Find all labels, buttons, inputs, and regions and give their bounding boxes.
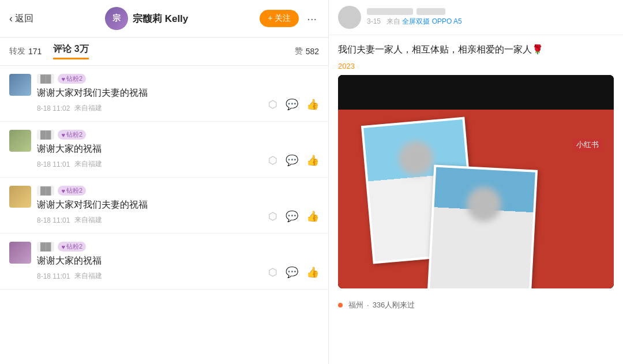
post-time-info: 3-15 来自 全屏双摄 OPPO A5 [367,17,614,27]
back-arrow-icon: ‹ [9,13,13,25]
post-text: 我们夫妻一家人，相互体贴，相亲相爱的一家人🌹 [329,35,623,62]
reply-icon[interactable]: 💬 [286,154,298,167]
xiaohongshu-label: 小红书 [573,138,602,151]
follow-button[interactable]: + 关注 [260,10,299,27]
like-stat: 赞 582 [295,46,319,57]
like-icon[interactable]: 👍 [306,210,319,223]
diamond-badge: ♥ 钻粉2 [58,130,86,140]
like-label: 赞 [295,46,303,57]
back-label: 返回 [15,13,33,25]
like-count: 582 [306,47,319,56]
post-year: 2023 [329,62,623,75]
photo-face-woman [429,167,535,288]
comment-avatar [9,130,31,152]
share-icon[interactable]: ⬡ [268,266,277,279]
like-icon[interactable]: 👍 [306,154,319,167]
diamond-icon: ♥ [61,132,65,138]
location-text: 福州 [348,300,363,310]
post-source-link[interactable]: 全屏双摄 OPPO A5 [402,17,461,25]
diamond-badge: ♥ 钻粉2 [58,186,86,196]
diamond-icon: ♥ [61,187,65,194]
post-avatar [338,6,361,29]
comment-content: ██ ♥ 钻粉2 谢谢大家对我们夫妻的祝福 8-18 11:02 来自福建 [37,74,262,113]
more-button[interactable]: ··· [305,12,319,25]
comment-user-row: ██ ♥ 钻粉2 [37,186,262,196]
comment-item: ██ ♥ 钻粉2 谢谢大家的祝福 8-18 11:01 来自福建 ⬡ 💬 👍 [0,234,328,290]
comments-list: ██ ♥ 钻粉2 谢谢大家对我们夫妻的祝福 8-18 11:02 来自福建 ⬡ … [0,66,328,364]
nearby-count: 336人刚来过 [373,300,415,310]
comment-time: 8-18 11:01 [37,160,70,168]
like-icon[interactable]: 👍 [306,98,319,111]
comment-actions: ⬡ 💬 👍 [268,130,319,169]
comment-content: ██ ♥ 钻粉2 谢谢大家的祝福 8-18 11:01 来自福建 [37,242,262,281]
comment-item: ██ ♥ 钻粉2 谢谢大家对我们夫妻的祝福 8-18 11:02 来自福建 ⬡ … [0,66,328,122]
comment-avatar [9,242,31,264]
comment-time: 8-18 11:02 [37,104,70,112]
comment-meta: 8-18 11:01 来自福建 [37,215,262,225]
share-icon[interactable]: ⬡ [268,210,277,223]
post-footer: 福州 · 336人刚来过 [329,295,623,315]
repost-label: 转发 [9,46,25,57]
right-panel: 3-15 来自 全屏双摄 OPPO A5 我们夫妻一家人，相互体贴，相亲相爱的一… [329,0,623,364]
comment-location: 来自福建 [74,103,102,113]
comment-text: 谢谢大家对我们夫妻的祝福 [37,198,262,212]
post-image: 小红书 [338,75,614,288]
black-top-bar [338,75,614,110]
comment-content: ██ ♥ 钻粉2 谢谢大家对我们夫妻的祝福 8-18 11:01 来自福建 [37,186,262,225]
comment-actions: ⬡ 💬 👍 [268,242,319,281]
comment-location: 来自福建 [74,215,102,225]
comment-meta: 8-18 11:02 来自福建 [37,103,262,113]
avatar: 宗 [105,7,128,30]
left-panel: ‹ 返回 宗 宗馥莉 Kelly + 关注 ··· 转发 171 评论 3万 赞… [0,0,329,364]
comment-actions: ⬡ 💬 👍 [268,186,319,225]
comment-location: 来自福建 [74,271,102,281]
comment-username: ██ [37,186,54,196]
comment-item: ██ ♥ 钻粉2 谢谢大家对我们夫妻的祝福 8-18 11:01 来自福建 ⬡ … [0,178,328,234]
post-username-row [367,8,614,15]
comment-username: ██ [37,242,54,252]
comment-content: ██ ♥ 钻粉2 谢谢大家的祝福 8-18 11:01 来自福建 [37,130,262,169]
comment-meta: 8-18 11:01 来自福建 [37,271,262,281]
post-meta: 3-15 来自 全屏双摄 OPPO A5 [367,8,614,27]
stats-bar: 转发 171 评论 3万 赞 582 [0,37,328,66]
diamond-icon: ♥ [61,243,65,250]
post-username-block [367,8,413,15]
reply-icon[interactable]: 💬 [286,210,298,223]
comment-text: 谢谢大家的祝福 [37,254,262,268]
post-header: 3-15 来自 全屏双摄 OPPO A5 [329,0,623,35]
comment-actions: ⬡ 💬 👍 [268,74,319,113]
face-blur-woman [466,186,502,222]
comment-time: 8-18 11:01 [37,216,70,224]
reply-icon[interactable]: 💬 [286,266,298,279]
comment-tab[interactable]: 评论 3万 [53,43,88,59]
back-button[interactable]: ‹ 返回 [9,13,33,25]
diamond-badge: ♥ 钻粉2 [58,242,86,252]
repost-stat: 转发 171 [9,46,42,57]
share-icon[interactable]: ⬡ [268,154,277,167]
reply-icon[interactable]: 💬 [286,98,298,111]
post-username-block2 [416,8,445,15]
share-icon[interactable]: ⬡ [268,98,277,111]
photo-card-woman [427,164,538,288]
comment-meta: 8-18 11:01 来自福建 [37,159,262,169]
comment-item: ██ ♥ 钻粉2 谢谢大家的祝福 8-18 11:01 来自福建 ⬡ 💬 👍 [0,122,328,178]
username: 宗馥莉 Kelly [133,12,188,25]
comment-user-row: ██ ♥ 钻粉2 [37,130,262,140]
comment-user-row: ██ ♥ 钻粉2 [37,242,262,252]
face-blur-man [397,139,435,177]
like-icon[interactable]: 👍 [306,266,319,279]
source-prefix: 来自 [386,17,400,25]
location-separator: · [367,301,369,309]
post-time: 3-15 [367,17,381,25]
comment-time: 8-18 11:01 [37,272,70,280]
comment-avatar [9,74,31,96]
diamond-badge: ♥ 钻粉2 [58,74,86,84]
comment-tab-label: 评论 3万 [53,43,88,59]
comment-username: ██ [37,74,54,84]
comment-user-row: ██ ♥ 钻粉2 [37,74,262,84]
location-icon [338,303,343,307]
comment-text: 谢谢大家的祝福 [37,142,262,156]
post-image-inner: 小红书 [338,75,614,288]
photo-collage: 小红书 [338,110,614,288]
diamond-icon: ♥ [61,76,65,82]
